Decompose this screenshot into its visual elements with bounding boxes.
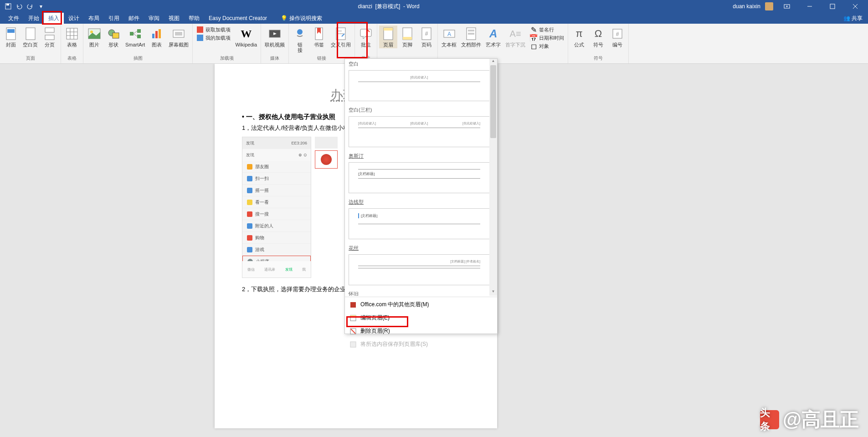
header-preset-border[interactable]: [文档标题] [349, 208, 490, 239]
date-time-button[interactable]: 📅日期和时间 [528, 34, 566, 42]
quick-parts-button[interactable]: 文档部件 [459, 26, 483, 48]
signature-line-button[interactable]: ✎签名行 [528, 26, 566, 34]
phone-partial [315, 137, 338, 278]
ribbon-options-icon[interactable] [778, 0, 796, 13]
svg-rect-30 [175, 32, 182, 36]
more-headers-office[interactable]: Office.com 中的其他页眉(M) [345, 298, 497, 311]
svg-rect-51 [350, 302, 356, 308]
redo-icon[interactable] [26, 3, 34, 10]
tab-review[interactable]: 审阅 [144, 13, 164, 24]
header-preset-austin[interactable]: [文档标题] [349, 162, 490, 193]
group-symbols: π公式 Ω符号 #编号 符号 [568, 24, 629, 63]
tab-layout[interactable]: 布局 [84, 13, 104, 24]
header-button[interactable]: 页眉 [379, 26, 397, 48]
user-name[interactable]: duan kaixin [733, 3, 760, 10]
link-button[interactable]: 链 接 [291, 26, 309, 54]
save-icon[interactable] [5, 3, 12, 10]
header-preset-hua[interactable]: [文档标题] [作者姓名] [349, 254, 490, 285]
undo-icon[interactable] [15, 3, 23, 10]
group-pages: 封面 空白页 分页 页面 [0, 24, 61, 63]
bookmark-button[interactable]: 书签 [310, 26, 328, 48]
edit-header-menu[interactable]: 编辑页眉(E) [345, 311, 497, 324]
gallery-scrollbar[interactable]: ▲ ▼ [489, 59, 497, 296]
number-button[interactable]: #编号 [608, 26, 627, 48]
svg-rect-39 [384, 28, 393, 31]
qat-customize-icon[interactable]: ▾ [37, 3, 45, 10]
toutiao-icon: 头条 [760, 410, 779, 429]
drop-cap-button[interactable]: A≡首字下沉 [503, 26, 527, 48]
save-gallery-icon [349, 341, 357, 348]
svg-line-24 [134, 31, 137, 34]
share-button[interactable]: 👥 共享 [843, 15, 863, 22]
maximize-button[interactable] [823, 0, 842, 13]
tab-design[interactable]: 设计 [64, 13, 84, 24]
wikipedia-button[interactable]: WWikipedia [233, 26, 259, 48]
group-text: A文本框 文档部件 A艺术字 A≡首字下沉 ✎签名行 📅日期和时间 ◻对象 文本 [438, 24, 568, 63]
equation-button[interactable]: π公式 [570, 26, 588, 48]
tab-insert[interactable]: 插入 [44, 13, 64, 24]
svg-text:A: A [447, 31, 451, 37]
tab-mailings[interactable]: 邮件 [124, 13, 144, 24]
tell-me-search[interactable]: 💡 操作说明搜索 [281, 15, 322, 22]
chart-button[interactable]: 图表 [148, 26, 166, 48]
tab-references[interactable]: 引用 [104, 13, 124, 24]
svg-text:#: # [616, 31, 619, 37]
cover-page-button[interactable]: 封面 [2, 26, 20, 48]
svg-line-25 [134, 34, 137, 36]
svg-rect-23 [137, 35, 141, 38]
header-preset-blank3[interactable]: [在此处键入][在此处键入][在此处键入] [349, 116, 490, 147]
smartart-button[interactable]: SmartArt [123, 26, 147, 48]
ribbon: 封面 空白页 分页 页面 表格 表格 图片 形状 SmartArt 图表 屏幕截… [0, 24, 868, 64]
group-header-footer: 页眉 页脚 #页码 页眉和页脚 [377, 24, 438, 63]
ribbon-tabs: 文件 开始 插入 设计 布局 引用 邮件 审阅 视图 帮助 Easy Docum… [0, 13, 868, 24]
gallery-scroll-thumb[interactable] [490, 65, 496, 138]
svg-rect-21 [130, 32, 134, 36]
remove-header-icon [349, 328, 357, 335]
svg-rect-37 [360, 29, 371, 36]
get-addins-button[interactable]: 获取加载项 [195, 26, 232, 34]
table-button[interactable]: 表格 [63, 26, 81, 48]
svg-rect-53 [350, 315, 356, 317]
svg-rect-28 [159, 29, 161, 38]
tab-file[interactable]: 文件 [4, 13, 24, 24]
group-illustrations: 图片 形状 SmartArt 图表 屏幕截图 插图 [83, 24, 193, 63]
page-break-button[interactable]: 分页 [41, 26, 59, 48]
svg-rect-12 [67, 28, 77, 39]
online-video-button[interactable]: 联机视频 [263, 26, 287, 48]
tab-home[interactable]: 开始 [24, 13, 44, 24]
my-addins-button[interactable]: 我的加载项 [195, 34, 232, 42]
symbol-button[interactable]: Ω符号 [589, 26, 607, 48]
wordart-button[interactable]: A艺术字 [484, 26, 503, 48]
footer-button[interactable]: 页脚 [398, 26, 416, 48]
tab-edc[interactable]: Easy Document Creator [204, 13, 272, 23]
group-addins: 获取加载项 我的加载项 WWikipedia 加载项 [193, 24, 261, 63]
minimize-button[interactable] [801, 0, 819, 13]
object-button[interactable]: ◻对象 [528, 42, 566, 50]
svg-rect-31 [197, 26, 203, 33]
svg-text:#: # [425, 31, 428, 37]
close-button[interactable] [846, 0, 864, 13]
svg-rect-47 [468, 30, 474, 31]
quick-access-toolbar: ▾ [0, 3, 45, 10]
save-to-gallery-menu: 将所选内容保存到页眉库(S) [345, 338, 497, 351]
tab-help[interactable]: 帮助 [184, 13, 204, 24]
share-icon: 👥 [843, 15, 850, 21]
tab-view[interactable]: 视图 [164, 13, 184, 24]
screenshot-button[interactable]: 屏幕截图 [167, 26, 190, 48]
header-preset-blank[interactable]: [在此处键入] [349, 70, 490, 101]
gallery-category-blank3: 空白(三栏) [345, 105, 497, 115]
shapes-button[interactable]: 形状 [104, 26, 123, 48]
comment-button[interactable]: 批注 [357, 26, 375, 48]
svg-rect-8 [7, 29, 15, 33]
svg-rect-22 [137, 29, 141, 33]
cross-reference-button[interactable]: 交叉引用 [329, 26, 353, 48]
page-number-button[interactable]: #页码 [417, 26, 436, 48]
picture-button[interactable]: 图片 [85, 26, 103, 48]
remove-header-menu[interactable]: 删除页眉(R) [345, 324, 497, 338]
blank-page-button[interactable]: 空白页 [21, 26, 40, 48]
textbox-button[interactable]: A文本框 [440, 26, 458, 48]
svg-rect-20 [113, 33, 119, 38]
group-tables: 表格 表格 [61, 24, 83, 63]
svg-rect-10 [45, 28, 54, 32]
user-avatar[interactable] [765, 2, 773, 10]
